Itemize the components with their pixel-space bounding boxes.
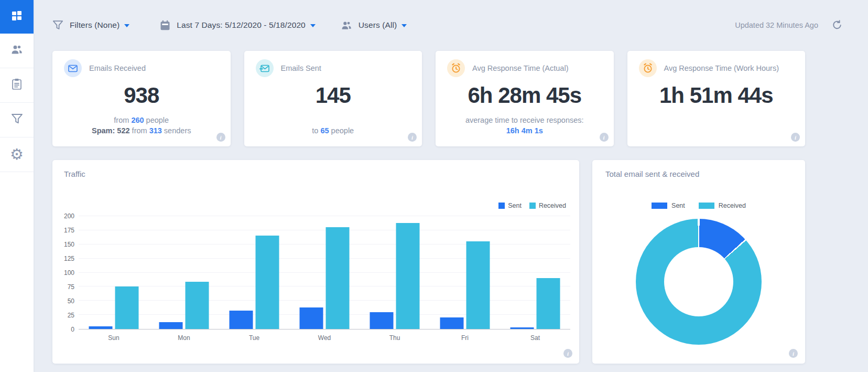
legend-label: Sent (671, 202, 685, 209)
spam-senders-count[interactable]: 313 (149, 126, 162, 135)
alarm-clock-icon (639, 59, 657, 77)
toolbar: Filters (None) Last 7 Days: 5/12/2020 - … (52, 14, 842, 37)
x-tick-label: Mon (178, 334, 190, 342)
info-icon[interactable]: i (789, 349, 798, 358)
date-range-dropdown[interactable]: Last 7 Days: 5/12/2020 - 5/18/2020 (160, 20, 316, 31)
bar-received-tue[interactable] (256, 236, 279, 329)
info-icon[interactable]: i (216, 133, 225, 142)
traffic-chart-card: Traffic SentReceived 0255075100125150175… (52, 160, 579, 364)
funnel-icon (11, 113, 23, 126)
received-people-count[interactable]: 260 (131, 116, 144, 124)
bar-received-wed[interactable] (326, 227, 350, 329)
card-avg-response-actual: Avg Response Time (Actual) 6h 28m 45s av… (436, 51, 614, 146)
sidebar-item-dashboard[interactable] (0, 0, 34, 34)
bar-group-wed (300, 227, 350, 329)
bar-received-mon[interactable] (186, 282, 209, 329)
legend-swatch (652, 203, 667, 209)
donut-chart-title: Total email sent & received (605, 169, 699, 178)
sent-people-count[interactable]: 65 (320, 126, 329, 135)
legend-swatch (699, 203, 714, 209)
users-dropdown[interactable]: Users (All) (341, 20, 407, 30)
emails-sent-value: 145 (244, 84, 422, 107)
bar-received-sun[interactable] (115, 286, 139, 329)
donut-chart[interactable] (636, 219, 762, 345)
info-icon[interactable]: i (563, 349, 572, 358)
bar-sent-wed[interactable] (300, 307, 323, 329)
x-tick-label: Sat (530, 334, 540, 342)
info-icon[interactable]: i (791, 133, 800, 142)
users-icon (341, 21, 352, 30)
bar-sent-sat[interactable] (511, 327, 534, 329)
bar-sent-thu[interactable] (370, 312, 394, 329)
receive-response-time[interactable]: 16h 4m 1s (506, 126, 543, 135)
refresh-icon[interactable] (832, 20, 842, 30)
filters-label: Filters (None) (70, 20, 120, 30)
x-tick-label: Tue (249, 334, 259, 342)
legend-item-received[interactable]: Received (529, 202, 566, 209)
bar-sent-fri[interactable] (440, 317, 464, 329)
bar-sent-mon[interactable] (159, 322, 183, 329)
legend-swatch (529, 203, 536, 209)
sidebar-item-settings[interactable]: ⚙ (0, 137, 34, 172)
x-tick-label: Sun (108, 334, 119, 342)
dashboard-grid-icon (10, 9, 24, 25)
bar-received-fri[interactable] (466, 241, 490, 329)
y-tick-label: 150 (64, 241, 74, 248)
legend-swatch (498, 203, 505, 209)
legend-item-sent[interactable]: Sent (498, 202, 522, 209)
traffic-y-axis: 0255075100125150175200 (52, 216, 74, 330)
traffic-chart-title: Traffic (64, 169, 85, 178)
y-tick-label: 25 (68, 312, 74, 319)
donut-legend: SentReceived (592, 202, 805, 209)
traffic-plot (79, 216, 570, 330)
envelope-sent-icon (256, 59, 274, 77)
sidebar-item-contacts[interactable] (0, 34, 34, 68)
info-icon[interactable]: i (408, 133, 417, 142)
users-label: Users (All) (359, 20, 397, 30)
donut-chart-card: Total email sent & received SentReceived… (592, 160, 805, 364)
legend-item-received[interactable]: Received (699, 202, 746, 209)
y-tick-label: 175 (64, 227, 74, 234)
legend-item-sent[interactable]: Sent (652, 202, 685, 209)
x-tick-label: Fri (461, 334, 469, 342)
bar-group-sat (511, 278, 560, 329)
bar-group-sun (89, 286, 139, 329)
bar-group-thu (370, 223, 420, 329)
gear-icon: ⚙ (10, 147, 24, 162)
sidebar: ⚙ (0, 0, 34, 372)
card-subtext: to 65 people (244, 125, 422, 136)
traffic-x-axis: SunMonTueWedThuFriSat (79, 334, 570, 343)
sidebar-item-reports[interactable] (0, 68, 34, 103)
card-subtext: average time to receive responses: 16h 4… (436, 115, 614, 136)
updated-group: Updated 32 Minutes Ago (735, 20, 842, 30)
filter-funnel-icon (52, 20, 63, 30)
bar-received-sat[interactable] (537, 278, 560, 329)
bar-received-thu[interactable] (396, 223, 420, 329)
card-title: Emails Sent (281, 64, 321, 72)
y-tick-label: 100 (64, 269, 74, 277)
date-range-label: Last 7 Days: 5/12/2020 - 5/18/2020 (177, 20, 306, 30)
bar-group-tue (230, 236, 279, 329)
main-content: Filters (None) Last 7 Days: 5/12/2020 - … (34, 0, 868, 372)
legend-label: Received (719, 202, 746, 209)
y-tick-label: 50 (68, 297, 74, 305)
bar-sent-tue[interactable] (230, 311, 253, 329)
avg-response-work-value: 1h 51m 44s (627, 84, 806, 107)
legend-label: Sent (508, 202, 522, 209)
traffic-legend: SentReceived (498, 202, 566, 209)
people-icon (10, 45, 23, 57)
stat-cards-row: Emails Received 938 from 260 people Spam… (52, 51, 805, 146)
card-title: Emails Received (89, 64, 146, 72)
y-tick-label: 75 (68, 283, 74, 291)
avg-response-actual-value: 6h 28m 45s (436, 84, 614, 107)
card-emails-received: Emails Received 938 from 260 people Spam… (52, 51, 231, 146)
sidebar-item-filters[interactable] (0, 103, 34, 137)
emails-received-value: 938 (52, 84, 231, 107)
filters-dropdown[interactable]: Filters (None) (52, 20, 129, 30)
info-icon[interactable]: i (600, 133, 609, 142)
card-emails-sent: Emails Sent 145 to 65 people i (244, 51, 422, 146)
bar-sent-sun[interactable] (89, 326, 113, 329)
card-title: Avg Response Time (Actual) (472, 64, 568, 72)
card-avg-response-work: Avg Response Time (Work Hours) 1h 51m 44… (627, 51, 806, 146)
card-subtext: from 260 people Spam: 522 from 313 sende… (52, 115, 231, 136)
